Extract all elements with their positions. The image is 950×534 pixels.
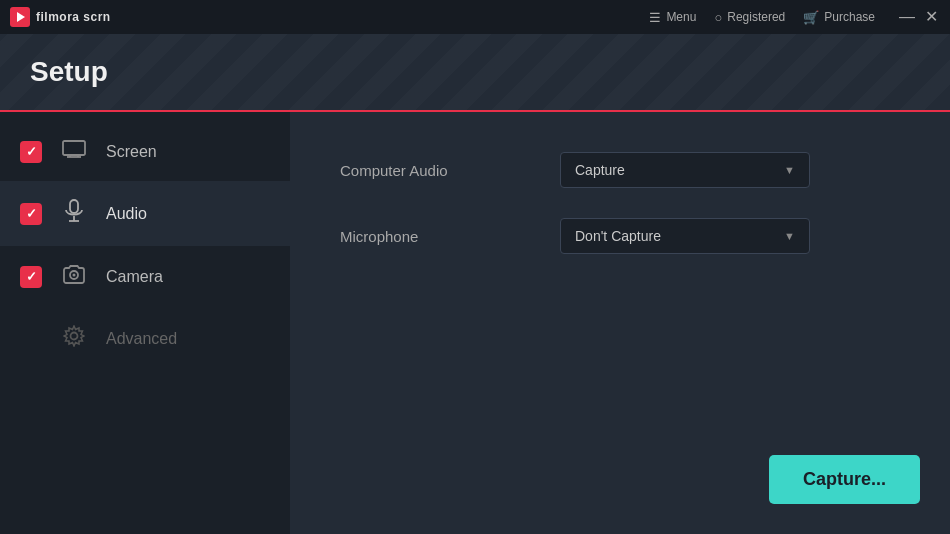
- sidebar: ✓ Screen ✓: [0, 112, 290, 534]
- purchase-button[interactable]: 🛒 Purchase: [803, 10, 875, 25]
- svg-rect-6: [70, 200, 78, 213]
- microphone-icon: [60, 199, 88, 228]
- registered-label: Registered: [727, 10, 785, 24]
- menu-button[interactable]: ☰ Menu: [649, 10, 696, 25]
- sidebar-item-camera[interactable]: ✓ Camera: [0, 246, 290, 307]
- computer-audio-row: Computer Audio Capture ▼: [340, 152, 900, 188]
- audio-checkbox[interactable]: ✓: [20, 203, 42, 225]
- window-controls: — ✕: [899, 9, 938, 25]
- chevron-down-icon: ▼: [784, 230, 795, 242]
- computer-audio-label: Computer Audio: [340, 162, 540, 179]
- registered-button[interactable]: ○ Registered: [714, 10, 785, 25]
- chevron-down-icon: ▼: [784, 164, 795, 176]
- menu-icon: ☰: [649, 10, 661, 25]
- close-button[interactable]: ✕: [925, 9, 938, 25]
- svg-point-10: [73, 274, 76, 277]
- screen-icon: [60, 140, 88, 163]
- titlebar: filmora scrn ☰ Menu ○ Registered 🛒 Purch…: [0, 0, 950, 34]
- content-panel: Computer Audio Capture ▼ Microphone Don'…: [290, 112, 950, 534]
- titlebar-left: filmora scrn: [10, 7, 111, 27]
- sidebar-advanced-label: Advanced: [106, 330, 177, 348]
- page-title: Setup: [30, 56, 108, 88]
- computer-audio-dropdown[interactable]: Capture ▼: [560, 152, 810, 188]
- check-icon: ✓: [26, 269, 37, 284]
- camera-checkbox[interactable]: ✓: [20, 266, 42, 288]
- gear-icon: [60, 325, 88, 352]
- purchase-label: Purchase: [824, 10, 875, 24]
- header: Setup: [0, 34, 950, 112]
- app-title: filmora scrn: [36, 10, 111, 24]
- camera-icon: [60, 264, 88, 289]
- sidebar-screen-label: Screen: [106, 143, 157, 161]
- sidebar-item-audio[interactable]: ✓ Audio: [0, 181, 290, 246]
- sidebar-item-screen[interactable]: ✓ Screen: [0, 122, 290, 181]
- minimize-button[interactable]: —: [899, 9, 915, 25]
- svg-rect-2: [63, 141, 85, 155]
- menu-label: Menu: [666, 10, 696, 24]
- sidebar-audio-label: Audio: [106, 205, 147, 223]
- microphone-row: Microphone Don't Capture ▼: [340, 218, 900, 254]
- microphone-dropdown[interactable]: Don't Capture ▼: [560, 218, 810, 254]
- cart-icon: 🛒: [803, 10, 819, 25]
- check-icon: ✓: [26, 206, 37, 221]
- computer-audio-value: Capture: [575, 162, 625, 178]
- capture-button[interactable]: Capture...: [769, 455, 920, 504]
- app-logo-icon: [10, 7, 30, 27]
- check-icon: ✓: [26, 144, 37, 159]
- svg-point-11: [71, 333, 78, 340]
- sidebar-camera-label: Camera: [106, 268, 163, 286]
- sidebar-item-advanced[interactable]: Advanced: [0, 307, 290, 370]
- user-icon: ○: [714, 10, 722, 25]
- screen-checkbox[interactable]: ✓: [20, 141, 42, 163]
- main-layout: ✓ Screen ✓: [0, 112, 950, 534]
- titlebar-right: ☰ Menu ○ Registered 🛒 Purchase — ✕: [649, 9, 938, 25]
- microphone-label: Microphone: [340, 228, 540, 245]
- microphone-value: Don't Capture: [575, 228, 661, 244]
